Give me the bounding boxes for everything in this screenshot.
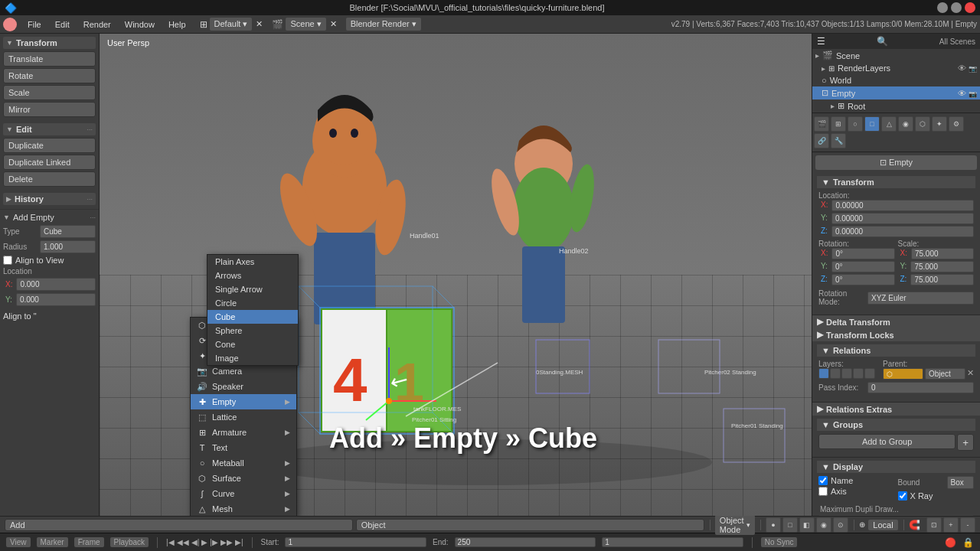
sub-cube[interactable]: Cube xyxy=(207,310,298,324)
relations-extras-title[interactable]: ▶ Relations Extras xyxy=(812,403,980,416)
ctx-surface[interactable]: ⬡ Surface ▶ xyxy=(191,471,296,486)
prop-tab-constraints[interactable]: 🔗 xyxy=(814,133,829,148)
play-icon[interactable]: ▶ xyxy=(201,538,207,546)
ctx-camera[interactable]: 📷 Camera xyxy=(191,364,296,379)
sub-circle[interactable]: Circle xyxy=(207,296,298,310)
scale-y[interactable]: 75.000 xyxy=(910,261,974,272)
scene-tree-world[interactable]: ○ World xyxy=(812,74,980,86)
display-title[interactable]: ▼ Display xyxy=(817,461,975,473)
add-empty-header[interactable]: ▼ Add Empty ··· xyxy=(3,213,96,222)
scene-close[interactable]: ✕ xyxy=(328,18,338,31)
scene-tree-root[interactable]: ▸ ⊞ Root xyxy=(812,99,980,112)
layer-btn-1[interactable] xyxy=(818,368,829,379)
ctx-armature[interactable]: ⊞ Armature ▶ xyxy=(191,425,296,440)
snap-icon[interactable]: 🧲 xyxy=(909,520,920,530)
btn-delete[interactable]: Delete xyxy=(3,171,96,187)
zoom-in-icon[interactable]: + xyxy=(943,517,959,533)
view-btn[interactable]: View xyxy=(6,537,31,547)
editor-type-label[interactable]: Default ▾ xyxy=(210,18,253,31)
loc-y-field[interactable]: 0.000 xyxy=(16,293,96,306)
prop-tab-world[interactable]: ○ xyxy=(848,116,863,132)
transform-orientation[interactable]: Local xyxy=(868,520,897,530)
end-frame[interactable]: 250 xyxy=(455,537,596,547)
scale-x[interactable]: 75.000 xyxy=(911,248,974,259)
loc-y[interactable]: 0.00000 xyxy=(831,213,974,224)
current-frame[interactable]: 1 xyxy=(602,537,743,547)
loc-z[interactable]: 0.00000 xyxy=(831,226,974,237)
parent-type[interactable]: Object xyxy=(925,368,965,380)
win-minimize[interactable] xyxy=(937,2,948,13)
view-wire-icon[interactable]: □ xyxy=(782,517,798,533)
transform-title[interactable]: ▼ Transform xyxy=(817,176,975,188)
sub-plain-axes[interactable]: Plain Axes xyxy=(207,255,298,269)
ctx-empty[interactable]: ✚ Empty ▶ xyxy=(191,394,296,409)
mode-selector[interactable]: Object Mode ▾ xyxy=(715,515,755,535)
win-maximize[interactable] xyxy=(951,2,962,13)
ctx-lattice[interactable]: ⬚ Lattice xyxy=(191,409,296,425)
menu-render[interactable]: Render xyxy=(77,18,117,31)
layer-btn-3[interactable] xyxy=(841,368,852,379)
renderer-selector[interactable]: Blender Render ▾ xyxy=(346,18,421,31)
add-to-group-btn[interactable]: Add to Group xyxy=(818,434,956,449)
zoom-fit-icon[interactable]: ⊡ xyxy=(926,517,942,533)
render-icon[interactable]: 📷 xyxy=(969,65,977,73)
history-section-header[interactable]: ▶ History ··· xyxy=(3,193,96,205)
prop-tab-particles[interactable]: ✦ xyxy=(932,116,947,132)
scene-tree-renderlayers[interactable]: ▸ ⊞ RenderLayers 👁 📷 xyxy=(812,62,980,74)
prop-tab-mesh[interactable]: △ xyxy=(881,116,897,132)
add-empty-type-dropdown[interactable]: Cube xyxy=(40,225,96,238)
frame-btn[interactable]: Frame xyxy=(74,537,104,547)
render-icon2[interactable]: 📷 xyxy=(969,90,977,98)
all-scenes-label[interactable]: All Scenes xyxy=(939,37,975,46)
menu-edit[interactable]: Edit xyxy=(49,18,76,31)
delta-transform-title[interactable]: ▶ Delta Transform xyxy=(812,315,980,328)
scene-tree-empty[interactable]: ⊡ Empty 👁 📷 xyxy=(812,86,980,99)
bound-dropdown[interactable]: Box xyxy=(947,476,975,489)
rotation-mode-dropdown[interactable]: XYZ Euler xyxy=(867,292,974,305)
no-sync-selector[interactable]: No Sync xyxy=(761,537,798,547)
edit-section-header[interactable]: ▼ Edit ··· xyxy=(3,123,96,135)
win-close[interactable] xyxy=(965,2,975,13)
prop-tab-material[interactable]: ◉ xyxy=(898,116,913,132)
layer-btn-5[interactable] xyxy=(864,368,875,379)
ctx-metaball[interactable]: ○ Metaball ▶ xyxy=(191,455,296,471)
view-render-icon[interactable]: ⊙ xyxy=(833,517,848,533)
zoom-out-icon[interactable]: - xyxy=(960,517,975,533)
view-texture-icon[interactable]: ◧ xyxy=(799,517,815,533)
add-empty-radius-field[interactable]: 1.000 xyxy=(40,240,96,253)
transform-section-header[interactable]: ▼ Transform xyxy=(3,37,96,49)
transform-locks-title[interactable]: ▶ Transform Locks xyxy=(812,328,980,341)
jump-start-icon[interactable]: |◀ xyxy=(166,538,175,546)
btn-duplicate[interactable]: Duplicate xyxy=(3,138,96,153)
prop-tab-scene[interactable]: 🎬 xyxy=(814,116,829,132)
sub-single-arrow[interactable]: Single Arrow xyxy=(207,282,298,296)
align-to-view-checkbox[interactable] xyxy=(3,256,12,265)
display-axis-check[interactable] xyxy=(818,487,828,496)
prev-frame-icon[interactable]: ◀◀ xyxy=(177,538,189,546)
rot-y[interactable]: 0° xyxy=(831,261,895,272)
btn-add[interactable]: Add xyxy=(5,519,353,531)
btn-scale[interactable]: Scale xyxy=(3,85,96,100)
xray-check[interactable] xyxy=(898,491,907,500)
ctx-mesh[interactable]: △ Mesh ▶ xyxy=(191,501,296,516)
ctx-text[interactable]: T Text xyxy=(191,440,296,455)
next-frame-icon[interactable]: ▶▶ xyxy=(220,538,233,546)
editor-type-btn[interactable]: ✕ xyxy=(254,18,264,31)
prop-tab-object[interactable]: □ xyxy=(864,116,880,132)
prop-tab-renderlayers[interactable]: ⊞ xyxy=(831,116,846,132)
visibility-icon[interactable]: 👁 xyxy=(958,64,966,73)
loc-x-field[interactable]: 0.000 xyxy=(16,278,96,291)
marker-btn[interactable]: Marker xyxy=(37,537,68,547)
btn-rotate[interactable]: Rotate xyxy=(3,68,96,83)
view-solid-icon[interactable]: ● xyxy=(766,517,781,533)
pivot-selector[interactable]: ⊕ xyxy=(859,520,865,529)
start-frame[interactable]: 1 xyxy=(285,537,426,547)
layer-btn-2[interactable] xyxy=(830,368,841,379)
sub-arrows[interactable]: Arrows xyxy=(207,269,298,282)
menu-window[interactable]: Window xyxy=(119,18,161,31)
menu-help[interactable]: Help xyxy=(162,18,192,31)
rot-z[interactable]: 0° xyxy=(831,274,895,285)
prev-keyframe-icon[interactable]: ◀| xyxy=(191,538,200,546)
btn-mirror[interactable]: Mirror xyxy=(3,102,96,117)
lock-icon[interactable]: 🔒 xyxy=(962,537,974,548)
